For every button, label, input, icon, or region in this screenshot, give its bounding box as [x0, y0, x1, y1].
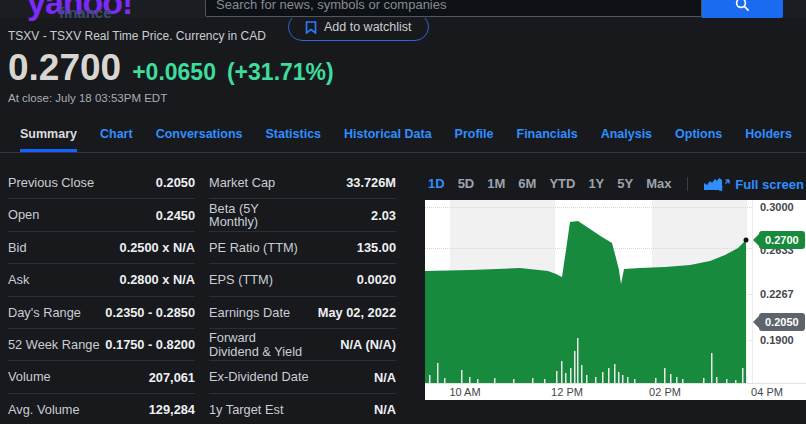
watchlist-label: Add to watchlist	[324, 20, 412, 34]
stat-label: 52 Week Range	[8, 338, 100, 352]
y-tick-label: 0.2267	[760, 288, 794, 300]
stat-value: 0.2500 x N/A	[120, 240, 195, 255]
range-max[interactable]: Max	[646, 176, 671, 191]
search-icon	[735, 0, 750, 15]
tab-chart[interactable]: Chart	[100, 117, 133, 152]
stat-label: Market Cap	[209, 176, 275, 190]
stat-value: N/A	[374, 402, 396, 417]
table-row: Market Cap33.726M	[209, 167, 396, 199]
table-row: Day's Range0.2350 - 0.2850	[8, 297, 195, 329]
price-change-percent: (+31.71%)	[227, 59, 334, 86]
summary-stats-table-left: Previous Close0.2050Open0.2450Bid0.2500 …	[8, 167, 195, 424]
stat-value: 207,061	[149, 370, 195, 385]
divider	[687, 177, 688, 191]
current-price-badge: 0.2700	[759, 231, 805, 249]
x-tick-label: 02 PM	[649, 386, 681, 398]
table-row: 52 Week Range0.1750 - 0.8200	[8, 329, 195, 361]
price-change: +0.0650	[132, 59, 216, 86]
table-row: 1y Target EstN/A	[209, 394, 396, 424]
stat-label: Ex-Dividend Date	[209, 370, 309, 384]
table-row: Avg. Volume129,284	[8, 394, 195, 424]
price-row: 0.2700 +0.0650 (+31.71%)	[8, 47, 334, 89]
quote-tab-bar: SummaryChartConversationsStatisticsHisto…	[0, 117, 806, 153]
price-area-plot	[425, 200, 752, 383]
stat-value: 135.00	[357, 240, 396, 255]
stat-label: Avg. Volume	[8, 403, 80, 417]
full-screen-label: Full screen	[735, 177, 804, 192]
stat-label: Day's Range	[8, 306, 81, 320]
at-close-timestamp: At close: July 18 03:53PM EDT	[8, 92, 167, 104]
tab-statistics[interactable]: Statistics	[265, 117, 321, 152]
tab-profile[interactable]: Profile	[455, 117, 494, 152]
expand-icon	[718, 179, 730, 191]
search-button[interactable]	[702, 0, 783, 18]
stat-label: Earnings Date	[209, 306, 290, 320]
stat-value: 33.726M	[346, 175, 396, 190]
y-tick-label: 0.3000	[760, 201, 794, 213]
current-price: 0.2700	[8, 47, 121, 89]
stat-label: Previous Close	[8, 176, 94, 190]
chart-range-selector: 1D5D1M6MYTD1Y5YMax	[428, 176, 722, 191]
stat-value: 2.03	[371, 208, 396, 223]
x-tick-label: 10 AM	[449, 386, 480, 398]
stat-value: 0.1750 - 0.8200	[105, 337, 195, 352]
tab-options[interactable]: Options	[675, 117, 722, 152]
stat-label: EPS (TTM)	[209, 273, 273, 287]
table-row: PE Ratio (TTM)135.00	[209, 232, 396, 264]
table-row: Ask0.2800 x N/A	[8, 264, 195, 296]
stat-label: 1y Target Est	[209, 403, 283, 417]
tab-analysis[interactable]: Analysis	[601, 117, 652, 152]
stat-label: Bid	[8, 241, 27, 255]
range-1d[interactable]: 1D	[428, 176, 445, 191]
finance-logo-text[interactable]: finance	[59, 4, 112, 21]
y-tick-label: 0.1900	[760, 334, 794, 346]
range-6m[interactable]: 6M	[518, 176, 536, 191]
stat-value: 0.2350 - 0.2850	[105, 305, 195, 320]
range-ytd[interactable]: YTD	[549, 176, 575, 191]
stat-value: 0.2800 x N/A	[120, 272, 195, 287]
range-5y[interactable]: 5Y	[617, 176, 633, 191]
stat-value: 0.0020	[357, 272, 396, 287]
stat-label: Forward Dividend & Yield	[209, 331, 302, 358]
tab-financials[interactable]: Financials	[517, 117, 578, 152]
range-1y[interactable]: 1Y	[588, 176, 604, 191]
table-row: Forward Dividend & YieldN/A (N/A)	[209, 329, 396, 361]
table-row: Bid0.2500 x N/A	[8, 232, 195, 264]
range-5d[interactable]: 5D	[458, 176, 475, 191]
tab-summary[interactable]: Summary	[20, 117, 77, 152]
range-1m[interactable]: 1M	[487, 176, 505, 191]
stat-label: Ask	[8, 273, 29, 287]
full-screen-button[interactable]: Full screen	[718, 177, 804, 192]
intraday-price-chart[interactable]: 10 AM12 PM02 PM04 PM0.30000.26330.22670.…	[425, 200, 806, 400]
stat-label: Beta (5Y Monthly)	[209, 202, 259, 229]
table-row: Earnings DateMay 02, 2022	[209, 297, 396, 329]
x-tick-label: 12 PM	[551, 386, 583, 398]
search-input[interactable]	[205, 0, 702, 17]
tab-holders[interactable]: Holders	[745, 117, 792, 152]
stat-value: 129,284	[149, 402, 195, 417]
stat-value: N/A	[374, 370, 396, 385]
stat-value: 0.2050	[156, 175, 195, 190]
stat-label: PE Ratio (TTM)	[209, 241, 298, 255]
previous-close-badge: 0.2050	[759, 313, 805, 331]
table-row: Previous Close0.2050	[8, 167, 195, 199]
summary-stats-table-right: Market Cap33.726MBeta (5Y Monthly)2.03PE…	[209, 167, 396, 424]
x-tick-label: 04 PM	[751, 386, 783, 398]
tab-conversations[interactable]: Conversations	[156, 117, 243, 152]
stat-value: 0.2450	[156, 208, 195, 223]
table-row: Ex-Dividend DateN/A	[209, 361, 396, 393]
stat-value: May 02, 2022	[318, 305, 396, 320]
chart-x-axis: 10 AM12 PM02 PM04 PM	[425, 383, 806, 400]
ticker-meta-line: TSXV - TSXV Real Time Price. Currency in…	[8, 29, 266, 43]
table-row: Open0.2450	[8, 199, 195, 231]
table-row: Beta (5Y Monthly)2.03	[209, 199, 396, 231]
stat-label: Volume	[8, 370, 51, 384]
chart-y-axis: 0.30000.26330.22670.19000.27000.2050	[752, 200, 806, 383]
stat-label: Open	[8, 208, 39, 222]
stat-value: N/A (N/A)	[340, 337, 396, 352]
table-row: EPS (TTM)0.0020	[209, 264, 396, 296]
bookmark-icon	[305, 21, 317, 34]
tab-historical-data[interactable]: Historical Data	[344, 117, 432, 152]
table-row: Volume207,061	[8, 361, 195, 393]
